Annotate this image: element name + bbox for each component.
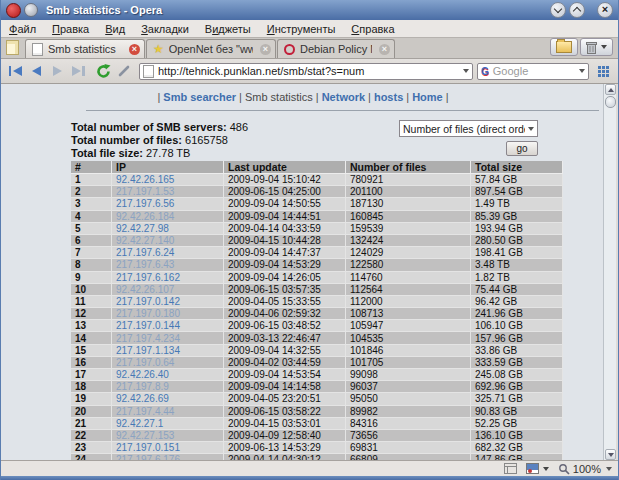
images-dropdown-icon [543,467,549,471]
ip-link[interactable]: 217.197.6.56 [116,198,174,209]
reload-button[interactable] [93,62,113,81]
address-field[interactable]: http://tehnick.punklan.net/smb/stat?s=nu… [139,63,473,80]
closed-tabs-button[interactable] [580,38,613,56]
menu-item-6[interactable]: Инструменты [259,22,344,36]
go-button[interactable]: go [506,141,538,156]
nav-network[interactable]: Network [322,91,365,103]
scroll-down-button[interactable] [605,449,616,460]
ip-link[interactable]: 217.197.4.44 [116,406,174,417]
wand-button[interactable] [114,62,134,81]
zoom-control[interactable]: 100% [558,463,612,475]
cell-last-update: 2009-09-04 14:26:05 [224,272,346,284]
scroll-up-button[interactable] [605,84,616,95]
sort-select[interactable]: Number of files (direct order) [399,120,538,137]
ip-link[interactable]: 217.197.6.43 [116,259,174,270]
cell-last-update: 2009-09-04 14:47:37 [224,247,346,259]
tab-close-button[interactable]: × [129,44,140,55]
url-text[interactable]: http://tehnick.punklan.net/smb/stat?s=nu… [158,65,460,77]
ip-link[interactable]: 217.197.4.234 [116,333,180,344]
scrollbar-thumb[interactable] [605,96,616,108]
ip-link[interactable]: 92.42.26.69 [116,393,169,404]
cell-ip: 217.197.0.151 [112,442,224,454]
title-bar[interactable]: Smb statistics - Opera × [1,0,618,20]
ip-link[interactable]: 92.42.27.98 [116,223,169,234]
menu-item-3[interactable]: Вид [97,22,133,36]
minimize-button[interactable] [550,2,566,18]
ip-link[interactable]: 217.197.1.53 [116,186,174,197]
cell-index: 13 [71,320,112,332]
nav-home[interactable]: Home [412,91,443,103]
reload-icon [95,63,112,80]
new-tab-icon[interactable] [6,40,19,55]
cell-ip: 92.42.26.40 [112,369,224,381]
nav-smb-statistics: Smb statistics [245,91,313,103]
view-layout-button[interactable] [593,62,613,81]
ip-link[interactable]: 92.42.26.40 [116,369,169,380]
fast-forward-button[interactable] [68,62,88,81]
rewind-button[interactable] [5,62,25,81]
scroll-up-icon [608,88,614,92]
ip-link[interactable]: 217.197.6.24 [116,247,174,258]
ip-link[interactable]: 92.42.27.153 [116,430,174,441]
panels-button[interactable] [550,38,578,56]
ip-link[interactable]: 217.197.1.134 [116,345,180,356]
search-field[interactable]: G Google [477,63,589,80]
back-button[interactable] [26,62,46,81]
ip-link[interactable]: 92.42.26.184 [116,211,174,222]
folder-icon [556,41,572,53]
ip-link[interactable]: 217.197.0.180 [116,308,180,319]
images-toggle-button[interactable] [526,463,549,474]
column-header-1: IP [112,161,224,174]
cell-files: 69831 [346,442,471,454]
menu-item-2[interactable]: Правка [44,22,97,36]
forward-button[interactable] [47,62,67,81]
cell-ip: 217.197.0.180 [112,308,224,320]
ip-link[interactable]: 217.197.0.151 [116,442,180,453]
address-dropdown-icon[interactable] [463,69,469,73]
search-dropdown-icon[interactable] [579,69,585,73]
menu-item-4[interactable]: Закладки [133,22,197,36]
cell-size: 96.42 GB [471,296,563,308]
ip-link[interactable]: 92.42.27.140 [116,235,174,246]
ip-link[interactable]: 217.197.6.162 [116,272,180,283]
tab-2[interactable]: ★OpenNet без "www" - ...× [146,39,276,58]
cell-index: 23 [71,442,112,454]
tab-1[interactable]: Smb statistics× [25,39,145,58]
tab-close-button[interactable]: × [379,44,390,55]
zoom-dropdown-icon[interactable] [606,467,612,471]
servers-table-body: 192.42.26.1652009-09-04 15:10:4278092157… [71,174,563,460]
ip-link[interactable]: 92.42.27.1 [116,418,163,429]
cell-files: 108713 [346,308,471,320]
page-icon [143,65,154,78]
ip-link[interactable]: 217.197.8.9 [116,381,169,392]
vertical-scrollbar[interactable] [603,84,616,460]
cell-index: 20 [71,406,112,418]
ip-link[interactable]: 217.197.0.144 [116,320,180,331]
ip-link[interactable]: 217.197.0.64 [116,357,174,368]
menu-item-1[interactable]: Файл [1,22,44,36]
tab-title: Smb statistics [48,43,122,55]
tab-3[interactable]: Debian Policy Manual× [277,39,395,58]
column-header-3: Number of files [346,161,471,174]
panel-toggle-button[interactable] [504,463,517,474]
maximize-button[interactable] [569,2,585,18]
search-placeholder[interactable]: Google [493,65,576,77]
google-icon: G [481,66,489,77]
ip-link[interactable]: 92.42.26.107 [116,284,174,295]
column-header-0: # [71,161,112,174]
close-button[interactable]: × [597,2,613,18]
nav-smb-searcher[interactable]: Smb searcher [163,91,236,103]
nav-hosts[interactable]: hosts [374,91,403,103]
tab-close-button[interactable]: × [260,44,271,55]
window-menu-icon[interactable] [24,3,38,17]
cell-files: 104535 [346,332,471,344]
ip-link[interactable]: 92.42.26.165 [116,174,174,185]
nav-separator: | [446,91,449,103]
menu-item-7[interactable]: Справка [343,22,402,36]
images-icon [526,463,539,474]
cell-ip: 217.197.6.162 [112,272,224,284]
cell-files: 159539 [346,223,471,235]
table-row: 2217.197.1.532009-06-15 04:25:0020110089… [71,186,563,198]
ip-link[interactable]: 217.197.0.142 [116,296,180,307]
menu-item-5[interactable]: Виджеты [197,22,259,36]
